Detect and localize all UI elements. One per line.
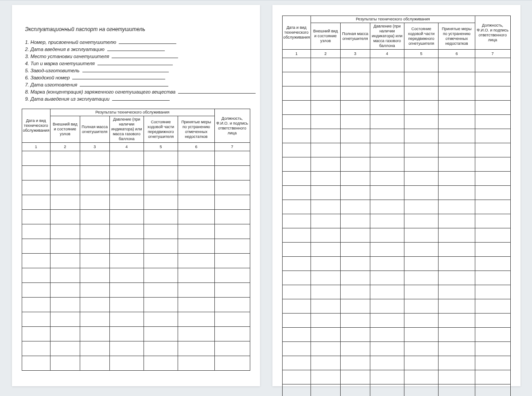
table-cell <box>311 370 340 384</box>
table-cell <box>370 129 404 143</box>
table-cell <box>282 342 311 356</box>
table-cell <box>311 314 340 328</box>
table-cell <box>282 143 311 157</box>
table-cell <box>22 210 50 224</box>
col-num-4: 4 <box>370 50 404 58</box>
table-cell <box>404 285 439 299</box>
table-cell <box>50 283 80 298</box>
col-num-4: 4 <box>109 143 144 151</box>
table-row <box>22 239 250 254</box>
col-group-header: Результаты технического обслуживания <box>311 16 475 23</box>
table-cell <box>370 172 404 186</box>
table-cell <box>22 341 50 356</box>
table-cell <box>178 268 214 283</box>
col-num-2: 2 <box>311 50 340 58</box>
table-cell <box>109 195 144 210</box>
table-cell <box>439 157 475 172</box>
table-cell <box>340 342 370 356</box>
table-cell <box>178 224 214 239</box>
col-header-3: Полная масса огнетушителя <box>340 23 370 50</box>
table-cell <box>475 200 510 214</box>
table-cell <box>370 101 404 115</box>
table-cell <box>50 327 80 341</box>
table-cell <box>22 166 50 180</box>
table-row <box>282 384 510 396</box>
table-cell <box>311 172 340 186</box>
table-cell <box>340 214 370 228</box>
field-row: 1. Номер, присвоенный огнетушителю <box>25 39 250 46</box>
table-cell <box>214 180 250 195</box>
table-cell <box>282 214 311 228</box>
table-cell <box>475 384 510 396</box>
table-row <box>282 200 510 214</box>
table-cell <box>109 327 144 341</box>
table-cell <box>439 86 475 101</box>
table-cell <box>282 157 311 172</box>
page-left: Эксплуатационный паспорт на огнетушитель… <box>12 5 260 386</box>
field-row: 9. Дата выведения из эксплуатации <box>25 95 250 102</box>
table-cell <box>404 243 439 257</box>
table-cell <box>475 172 510 186</box>
table-cell <box>109 356 144 371</box>
table-cell <box>178 151 214 166</box>
table-cell <box>311 58 340 72</box>
table-cell <box>370 370 404 384</box>
table-row <box>282 172 510 186</box>
table-cell <box>475 356 510 370</box>
table-cell <box>22 224 50 239</box>
table-cell <box>404 101 439 115</box>
table-cell <box>282 129 311 143</box>
table-cell <box>214 356 250 371</box>
table-cell <box>404 172 439 186</box>
field-blank-line <box>80 82 168 86</box>
field-label: Завод-изготовитель <box>31 68 80 73</box>
table-cell <box>214 283 250 298</box>
table-cell <box>282 200 311 214</box>
table-cell <box>340 172 370 186</box>
table-cell <box>50 210 80 224</box>
table-cell <box>404 342 439 356</box>
table-cell <box>475 285 510 299</box>
table-cell <box>282 72 311 86</box>
table-cell <box>311 299 340 314</box>
table-cell <box>144 224 178 239</box>
table-cell <box>404 328 439 342</box>
table-cell <box>22 239 50 254</box>
table-cell <box>439 129 475 143</box>
col-num-5: 5 <box>404 50 439 58</box>
table-row <box>282 328 510 342</box>
table-cell <box>80 166 109 180</box>
table-cell <box>475 299 510 314</box>
table-cell <box>439 370 475 384</box>
table-cell <box>282 328 311 342</box>
table-cell <box>370 143 404 157</box>
table-cell <box>80 224 109 239</box>
table-cell <box>439 328 475 342</box>
table-cell <box>311 72 340 86</box>
table-cell <box>109 312 144 327</box>
table-row <box>22 224 250 239</box>
field-blank-line <box>82 67 169 72</box>
table-cell <box>214 151 250 166</box>
maintenance-table-right: Дата и вид технического обслуживания Рез… <box>282 16 511 396</box>
table-cell <box>311 342 340 356</box>
table-cell <box>311 243 340 257</box>
table-cell <box>404 157 439 172</box>
field-row: 8. Марка (концентрация) заряженного огне… <box>25 88 250 95</box>
table-cell <box>282 86 311 101</box>
table-cell <box>475 314 510 328</box>
table-cell <box>311 384 340 396</box>
table-cell <box>404 129 439 143</box>
table-cell <box>50 195 80 210</box>
col-header-2: Внешний вид и состояние узлов <box>311 23 340 50</box>
col-header-1: Дата и вид технического обслуживания <box>22 109 50 143</box>
table-cell <box>50 151 80 166</box>
table-cell <box>282 384 311 396</box>
table-cell <box>178 327 214 341</box>
table-cell <box>109 283 144 298</box>
table-cell <box>22 268 50 283</box>
table-cell <box>370 115 404 129</box>
table-cell <box>178 356 214 371</box>
table-cell <box>22 327 50 341</box>
table-cell <box>178 298 214 312</box>
